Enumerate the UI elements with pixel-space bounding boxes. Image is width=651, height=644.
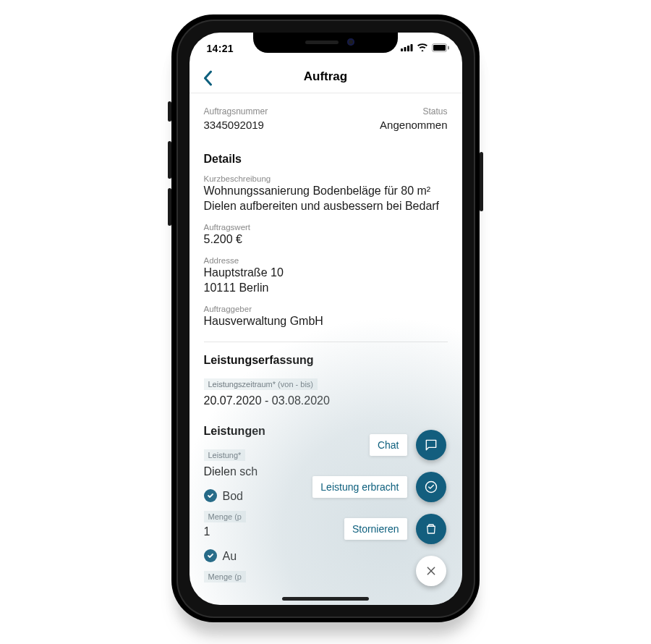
cellular-icon (401, 43, 413, 51)
close-icon (425, 565, 437, 577)
divider (204, 342, 448, 342)
home-indicator[interactable] (282, 597, 369, 601)
notch (253, 33, 398, 53)
period-value[interactable]: 20.07.2020 - 03.08.2020 (204, 393, 448, 409)
svg-rect-5 (433, 45, 446, 51)
details-heading: Details (204, 153, 448, 166)
check-icon (204, 489, 217, 502)
chat-icon (424, 438, 438, 452)
capture-heading: Leistungserfassung (204, 354, 448, 367)
svg-rect-6 (448, 46, 449, 49)
phone-vol-down (168, 188, 171, 226)
status-value: Angenommen (380, 118, 447, 132)
desc-label: Kurzbeschreibung (204, 174, 448, 183)
check-circle-icon (424, 480, 438, 494)
phone-bezel: 14:21 Auftrag (176, 20, 475, 618)
battery-icon (432, 43, 449, 52)
chevron-left-icon (202, 70, 213, 86)
phone-frame: 14:21 Auftrag (171, 14, 480, 622)
svg-rect-0 (401, 48, 403, 51)
phone-mute-switch (168, 101, 171, 122)
cancel-chip[interactable]: Stornieren (344, 518, 407, 540)
wifi-icon (417, 43, 428, 51)
phone-power (480, 152, 483, 211)
address-line1: Hauptstraße 10 (204, 265, 448, 281)
qty-label-2: Menge (p (204, 571, 246, 582)
value-label: Auftragswert (204, 223, 448, 232)
period-label: Leistungszeitraum* (von - bis) (204, 378, 318, 390)
status-icons (401, 43, 449, 52)
delete-fab[interactable] (416, 514, 446, 544)
svg-rect-2 (407, 46, 409, 51)
back-button[interactable] (197, 67, 218, 89)
desc-line2: Dielen aufbereiten und ausbessern bei Be… (204, 198, 448, 214)
service-item-1-label: Bod (223, 488, 243, 504)
service-item-2-label: Au (223, 548, 237, 564)
fab-menu: Chat Leistung erbracht Stornieren (312, 430, 446, 586)
svg-rect-3 (410, 44, 412, 51)
svg-rect-1 (404, 47, 406, 51)
trash-icon (425, 522, 438, 536)
order-no-value: 3345092019 (204, 118, 268, 132)
client-value: Hausverwaltung GmbH (204, 313, 448, 329)
desc-line1: Wohnungssanierung Bodenbeläge für 80 m² (204, 183, 448, 199)
service-label: Leistung* (204, 449, 246, 461)
done-chip[interactable]: Leistung erbracht (312, 476, 407, 498)
address-line2: 10111 Berlin (204, 280, 448, 296)
phone-vol-up (168, 141, 171, 179)
done-fab[interactable] (416, 472, 446, 502)
chat-fab[interactable] (416, 430, 446, 460)
status-time: 14:21 (207, 43, 234, 54)
qty-label: Menge (p (204, 511, 246, 522)
value-value: 5.200 € (204, 232, 448, 247)
chat-chip[interactable]: Chat (370, 434, 407, 456)
page-title: Auftrag (190, 64, 462, 89)
client-label: Auftraggeber (204, 305, 448, 313)
order-meta: Auftragsnummer 3345092019 Status Angenom… (204, 93, 448, 148)
order-no-label: Auftragsnummer (204, 106, 268, 116)
screen: 14:21 Auftrag (190, 33, 462, 605)
close-fab[interactable] (416, 556, 446, 586)
address-label: Addresse (204, 256, 448, 265)
check-icon (204, 549, 217, 562)
navbar: Auftrag (190, 64, 462, 93)
status-label: Status (380, 106, 447, 116)
